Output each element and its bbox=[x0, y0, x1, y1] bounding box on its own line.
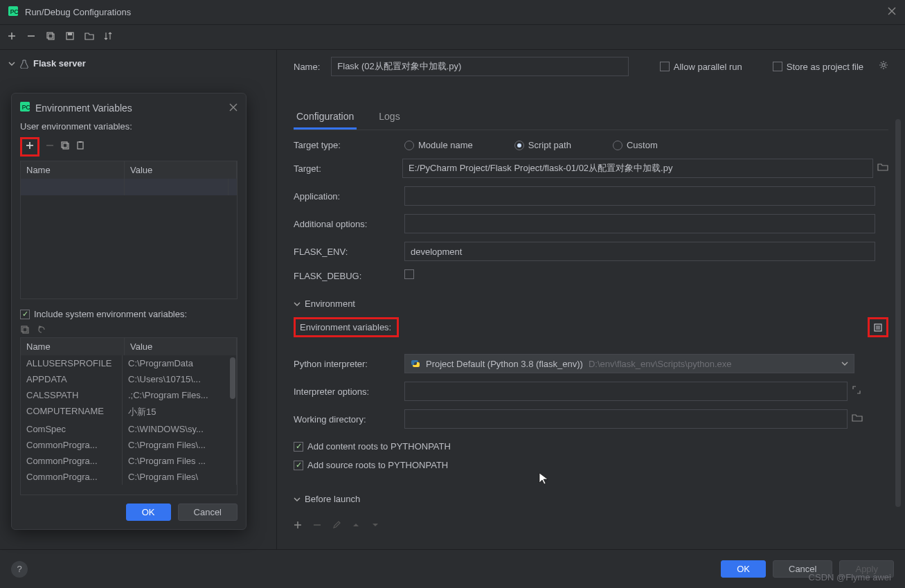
copy-icon[interactable] bbox=[46, 31, 55, 44]
edit-task-icon[interactable] bbox=[332, 519, 341, 532]
system-env-row[interactable]: CALSSPATH.;C:\Program Files... bbox=[21, 387, 237, 403]
add-source-roots-checkbox[interactable]: Add source roots to PYTHONPATH bbox=[294, 460, 888, 470]
tab-configuration[interactable]: Configuration bbox=[294, 105, 357, 130]
include-system-label: Include system environment variables: bbox=[34, 309, 187, 319]
env-variables-browse-button[interactable] bbox=[868, 317, 888, 337]
add-content-roots-checkbox[interactable]: Add content roots to PYTHONPATH bbox=[294, 441, 888, 452]
sys-col-name-header: Name bbox=[21, 338, 125, 355]
save-icon[interactable] bbox=[65, 31, 75, 44]
remove-icon[interactable] bbox=[26, 31, 36, 44]
target-type-label: Target type: bbox=[294, 140, 399, 150]
python-icon bbox=[411, 359, 420, 368]
interpreter-value: Project Default (Python 3.8 (flask_env)) bbox=[426, 359, 583, 369]
interpreter-dropdown[interactable]: Project Default (Python 3.8 (flask_env))… bbox=[404, 354, 854, 373]
tab-bar: Configuration Logs bbox=[294, 105, 888, 130]
flask-icon bbox=[19, 59, 29, 69]
svg-rect-21 bbox=[79, 141, 82, 143]
svg-text:PC: PC bbox=[10, 8, 18, 15]
interpreter-label: Python interpreter: bbox=[294, 359, 399, 369]
config-tree: Flask server PC Environment Variables Us… bbox=[0, 50, 277, 549]
svg-rect-8 bbox=[48, 34, 54, 39]
application-input[interactable] bbox=[404, 186, 875, 206]
tree-root-flask-server[interactable]: Flask server bbox=[3, 55, 274, 71]
allow-parallel-run-checkbox[interactable]: Allow parallel run bbox=[660, 62, 742, 72]
system-env-table[interactable]: Name Value ALLUSERSPROFILEC:\ProgramData… bbox=[20, 337, 238, 495]
copy-env-button[interactable] bbox=[60, 141, 70, 153]
close-icon[interactable] bbox=[887, 6, 897, 19]
target-label: Target: bbox=[294, 163, 397, 174]
copy-sys-button[interactable] bbox=[20, 325, 30, 337]
expand-icon[interactable] bbox=[852, 385, 861, 398]
working-directory-input[interactable] bbox=[404, 409, 848, 429]
interpreter-options-label: Interpreter options: bbox=[294, 386, 399, 397]
add-icon[interactable] bbox=[7, 31, 17, 44]
main-panel: Name: Allow parallel run Store as projec… bbox=[277, 50, 905, 549]
add-env-button[interactable] bbox=[20, 137, 39, 157]
interpreter-path: D:\env\flask_env\Scripts\python.exe bbox=[589, 359, 732, 369]
add-task-icon[interactable] bbox=[294, 519, 302, 532]
env-dialog-title: Environment Variables bbox=[35, 103, 224, 114]
user-env-row-empty[interactable] bbox=[21, 179, 237, 195]
remove-env-button[interactable] bbox=[45, 141, 55, 153]
svg-rect-23 bbox=[23, 328, 28, 333]
tree-root-label: Flask server bbox=[33, 58, 86, 69]
flask-debug-checkbox[interactable] bbox=[404, 269, 414, 279]
environment-section-header[interactable]: Environment bbox=[294, 299, 888, 309]
name-input[interactable] bbox=[331, 57, 629, 76]
user-env-table[interactable]: Name Value bbox=[20, 161, 238, 299]
main-scrollbar[interactable] bbox=[895, 119, 901, 507]
interpreter-options-input[interactable] bbox=[404, 382, 848, 401]
flask-env-input[interactable] bbox=[404, 242, 875, 261]
move-up-icon[interactable] bbox=[352, 519, 360, 532]
pycharm-icon: PC bbox=[20, 102, 30, 114]
system-env-row[interactable]: ALLUSERSPROFILEC:\ProgramData bbox=[21, 355, 237, 371]
env-ok-button[interactable]: OK bbox=[126, 504, 171, 521]
browse-icon[interactable] bbox=[877, 162, 888, 175]
radio-script-path[interactable]: Script path bbox=[514, 140, 571, 150]
move-down-icon[interactable] bbox=[371, 519, 379, 532]
store-as-project-file-checkbox[interactable]: Store as project file bbox=[773, 62, 863, 72]
flask-env-label: FLASK_ENV: bbox=[294, 247, 399, 257]
allow-parallel-label: Allow parallel run bbox=[674, 62, 742, 72]
svg-rect-10 bbox=[68, 33, 72, 35]
system-env-row[interactable]: CommonProgra...C:\Program Files\ bbox=[21, 469, 237, 485]
env-variables-label: Environment variables: bbox=[294, 317, 399, 337]
chevron-down-icon bbox=[294, 301, 301, 308]
system-env-row[interactable]: CommonProgra...C:\Program Files\... bbox=[21, 437, 237, 453]
target-input[interactable] bbox=[402, 159, 873, 178]
system-env-row[interactable]: ComSpecC:\WINDOWS\sy... bbox=[21, 421, 237, 437]
system-env-row[interactable]: CommonProgra...C:\Program Files ... bbox=[21, 453, 237, 469]
system-env-row[interactable]: COMPUTERNAME小新15 bbox=[21, 403, 237, 421]
close-icon[interactable] bbox=[229, 102, 238, 114]
before-launch-section-header[interactable]: Before launch bbox=[294, 494, 888, 504]
remove-task-icon[interactable] bbox=[313, 519, 321, 532]
undo-sys-button[interactable] bbox=[37, 325, 46, 337]
gear-icon[interactable] bbox=[879, 60, 888, 73]
browse-icon[interactable] bbox=[852, 413, 863, 425]
store-project-checkbox[interactable] bbox=[773, 62, 782, 71]
additional-options-input[interactable] bbox=[404, 214, 875, 233]
ok-button[interactable]: OK bbox=[721, 560, 766, 578]
allow-parallel-checkbox[interactable] bbox=[660, 62, 670, 71]
window-title: Run/Debug Configurations bbox=[25, 7, 887, 17]
svg-rect-22 bbox=[21, 326, 27, 332]
tab-logs[interactable]: Logs bbox=[376, 105, 402, 130]
mouse-cursor bbox=[539, 472, 548, 488]
radio-custom[interactable]: Custom bbox=[613, 140, 658, 150]
additional-options-label: Additional options: bbox=[294, 219, 399, 229]
paste-env-button[interactable] bbox=[75, 141, 85, 153]
sort-icon[interactable] bbox=[104, 31, 114, 44]
user-env-toolbar bbox=[20, 137, 238, 157]
include-system-checkbox-row[interactable]: Include system environment variables: bbox=[20, 309, 187, 319]
working-directory-label: Working directory: bbox=[294, 414, 399, 425]
help-button[interactable]: ? bbox=[11, 561, 28, 578]
before-launch-toolbar bbox=[294, 519, 888, 532]
svg-point-24 bbox=[882, 64, 885, 66]
env-cancel-button[interactable]: Cancel bbox=[178, 504, 238, 521]
system-env-row[interactable]: APPDATAC:\Users\10715\... bbox=[21, 371, 237, 387]
flask-debug-label: FLASK_DEBUG: bbox=[294, 271, 399, 281]
include-system-checkbox[interactable] bbox=[20, 310, 30, 319]
folder-icon[interactable] bbox=[84, 31, 94, 44]
sys-table-scrollbar[interactable] bbox=[230, 357, 235, 399]
radio-module-name[interactable]: Module name bbox=[404, 140, 473, 150]
